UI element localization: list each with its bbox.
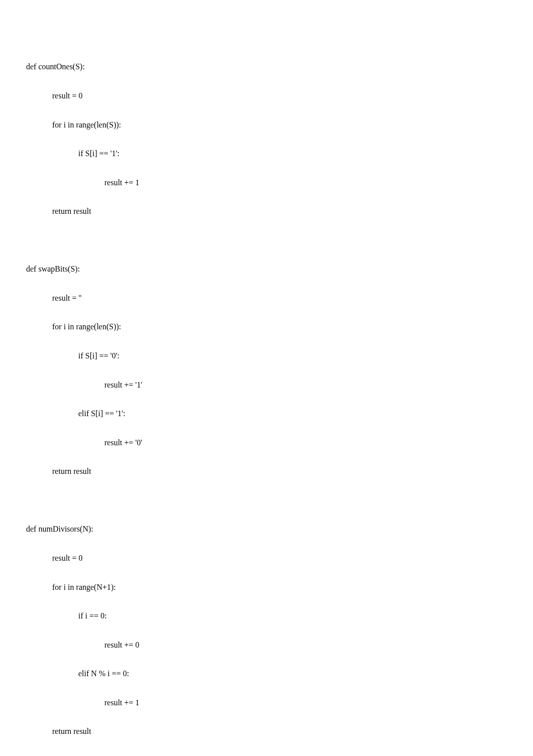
code-line: for i in range(N+1):	[26, 582, 223, 592]
code-line: return result	[26, 726, 223, 736]
code-line: if S[i] == '1':	[26, 149, 223, 158]
code-line: result += '0'	[26, 438, 223, 447]
code-line: def countOnes(S):	[26, 62, 223, 71]
code-line: result += 0	[26, 640, 223, 650]
code-line: def numDivisors(N):	[26, 524, 223, 534]
blank-line	[26, 495, 223, 505]
code-line: return result	[26, 206, 223, 216]
code-line: result = 0	[26, 91, 223, 100]
blank-line	[26, 235, 223, 245]
code-line: for i in range(len(S)):	[26, 120, 223, 130]
code-line: result += '1'	[26, 380, 223, 390]
code-line: elif S[i] == '1':	[26, 409, 223, 418]
code-line: def swapBits(S):	[26, 264, 223, 274]
code-document: def countOnes(S): result = 0 for i in ra…	[26, 43, 223, 756]
code-line: return result	[26, 466, 223, 476]
code-line: for i in range(len(S)):	[26, 322, 223, 331]
code-line: elif N % i == 0:	[26, 669, 223, 678]
code-line: if i == 0:	[26, 611, 223, 620]
code-line: result += 1	[26, 178, 223, 187]
code-line: result = ''	[26, 293, 223, 303]
code-line: if S[i] == '0':	[26, 351, 223, 360]
code-line: result = 0	[26, 553, 223, 563]
code-line: result += 1	[26, 698, 223, 707]
